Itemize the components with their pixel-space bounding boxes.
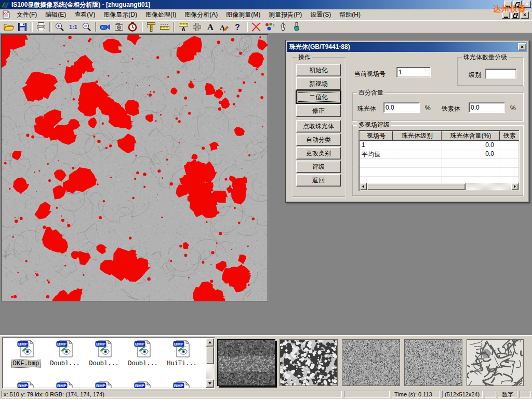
- scroll-left-button[interactable]: [360, 183, 367, 190]
- menu-image-measure[interactable]: 图像测量(M): [222, 9, 264, 20]
- file-item[interactable]: BMP: [163, 381, 201, 389]
- phase-mark-button[interactable]: 3: [263, 21, 276, 33]
- grade-level-label: 级别: [469, 71, 481, 79]
- timer-button[interactable]: [126, 21, 139, 33]
- file-item[interactable]: BMP Doubl...: [85, 340, 123, 367]
- snapshot-button[interactable]: [112, 21, 126, 33]
- file-item[interactable]: BMP: [46, 381, 84, 389]
- measure-label-button[interactable]: A: [177, 21, 190, 33]
- scroll-right-button[interactable]: [511, 183, 518, 190]
- menu-settings[interactable]: 设置(S): [306, 9, 335, 20]
- zoom-out-button[interactable]: [80, 21, 94, 33]
- binarize-button[interactable]: 二值化: [296, 91, 341, 103]
- file-item[interactable]: BMP Doubl...: [124, 340, 162, 367]
- restore-button[interactable]: [513, 1, 522, 8]
- col-field-header[interactable]: 视场号: [360, 131, 393, 141]
- dialog-title: 珠光体(GB/T9441-88): [289, 43, 350, 51]
- menu-file[interactable]: 文件(F): [12, 9, 41, 20]
- mdi-minimize-button[interactable]: [502, 11, 510, 19]
- close-button[interactable]: ×: [523, 1, 531, 8]
- thumbnail-4[interactable]: [404, 339, 462, 386]
- table-row-field[interactable]: 平均值: [360, 150, 392, 158]
- hscroll-track[interactable]: [466, 183, 511, 190]
- table-row-field[interactable]: 1: [360, 141, 392, 150]
- ferrite-percent-input[interactable]: 0.0: [469, 102, 505, 113]
- file-item[interactable]: BMP DKF.bmp: [7, 340, 45, 367]
- vscroll-thumb[interactable]: [206, 347, 214, 364]
- text-tool-button[interactable]: A: [204, 21, 217, 33]
- file-name[interactable]: Doubl...: [49, 360, 81, 367]
- save-button[interactable]: [16, 21, 29, 33]
- thumbnail-3[interactable]: [342, 339, 400, 386]
- auto-classify-button[interactable]: 自动分类: [296, 134, 341, 146]
- menu-image-display[interactable]: 图像显示(D): [99, 9, 141, 20]
- operation-group-label: 操作: [297, 54, 312, 61]
- curve-tool-button[interactable]: [249, 21, 263, 33]
- pen-tool-button[interactable]: [276, 21, 290, 33]
- file-name[interactable]: DKF.bmp: [12, 360, 40, 367]
- file-item[interactable]: BMP: [124, 381, 162, 389]
- init-button[interactable]: 初始化: [296, 64, 341, 76]
- mdi-close-button[interactable]: ×: [521, 11, 529, 19]
- actual-size-button[interactable]: 1:1: [66, 21, 80, 33]
- thumbnail-1[interactable]: [217, 339, 275, 386]
- return-button[interactable]: 返回: [296, 174, 341, 187]
- new-field-button[interactable]: 新视场: [296, 77, 341, 90]
- ruler-measure-button[interactable]: [158, 21, 171, 33]
- annotate-tool-button[interactable]: A: [217, 21, 231, 33]
- menu-image-process[interactable]: 图像处理(I): [141, 9, 180, 20]
- thumbnail-5[interactable]: [467, 339, 524, 386]
- image-size-readout: (512x512x24): [442, 391, 483, 398]
- multifield-table: 视场号 珠光体级别 珠光体含量(%) 铁素 1 0.0 平均值 0.0: [358, 130, 520, 191]
- file-name[interactable]: HuiTi...: [166, 360, 198, 367]
- table-hscrollbar[interactable]: [360, 183, 518, 190]
- change-class-button[interactable]: 更改类别: [296, 147, 341, 159]
- scroll-up-button[interactable]: [206, 338, 214, 347]
- menu-edit[interactable]: 编辑(E): [41, 9, 70, 20]
- pearlite-percent-input[interactable]: 0.0: [383, 102, 420, 113]
- micrograph-canvas[interactable]: [1, 34, 268, 301]
- video-capture-button[interactable]: [99, 21, 112, 33]
- caliper-measure-button[interactable]: [144, 21, 158, 33]
- file-item[interactable]: BMP Doubl...: [46, 340, 84, 367]
- menu-report[interactable]: 测量报告(P): [264, 9, 306, 20]
- vscroll-track[interactable]: [206, 364, 214, 379]
- dialog-close-button[interactable]: ×: [518, 43, 526, 50]
- current-field-input[interactable]: 1: [396, 67, 431, 77]
- toolbar-separator: [31, 22, 33, 32]
- grade-level-input[interactable]: [485, 69, 516, 79]
- timer-icon: [127, 22, 138, 32]
- menu-view[interactable]: 查看(V): [70, 9, 99, 20]
- pick-pearlite-button[interactable]: 点取珠光体: [296, 120, 341, 132]
- thumbnail-2[interactable]: [280, 339, 338, 386]
- minimize-button[interactable]: [504, 1, 512, 8]
- menu-help[interactable]: 帮助(H): [335, 9, 365, 20]
- table-row-content[interactable]: 0.0: [442, 141, 496, 150]
- dialog-title-bar[interactable]: 珠光体(GB/T9441-88): [287, 42, 527, 52]
- rate-button[interactable]: 评级: [296, 161, 341, 173]
- col-content-header[interactable]: 珠光体含量(%): [442, 131, 500, 141]
- scroll-down-button[interactable]: [206, 379, 214, 388]
- col-grade-header[interactable]: 珠光体级别: [393, 131, 442, 141]
- help-button[interactable]: ?: [231, 21, 244, 33]
- file-name[interactable]: Doubl...: [88, 360, 120, 367]
- file-list-scrollbar[interactable]: [206, 338, 214, 388]
- brush-tool-button[interactable]: [290, 21, 303, 33]
- open-file-button[interactable]: [2, 21, 16, 33]
- col-ferrite-header[interactable]: 铁素: [500, 131, 520, 141]
- correct-button[interactable]: 修正: [296, 104, 341, 117]
- zoom-in-button[interactable]: [53, 21, 66, 33]
- hscroll-thumb[interactable]: [367, 183, 466, 190]
- table-row-content[interactable]: 0.0: [442, 150, 496, 158]
- mdi-restore-button[interactable]: [511, 11, 520, 19]
- file-name[interactable]: Doubl...: [127, 360, 159, 367]
- file-item[interactable]: BMP HuiTi...: [163, 340, 201, 367]
- file-item[interactable]: BMP: [7, 381, 45, 389]
- svg-text:BMP: BMP: [135, 383, 144, 388]
- file-item[interactable]: BMP: [85, 381, 123, 389]
- percent-group-label: 百分含量: [357, 89, 385, 96]
- menu-image-analysis[interactable]: 图像分析(A): [180, 9, 222, 20]
- svg-text:BMP: BMP: [135, 342, 144, 347]
- merge-tool-button[interactable]: [190, 21, 204, 33]
- print-button[interactable]: [34, 21, 48, 33]
